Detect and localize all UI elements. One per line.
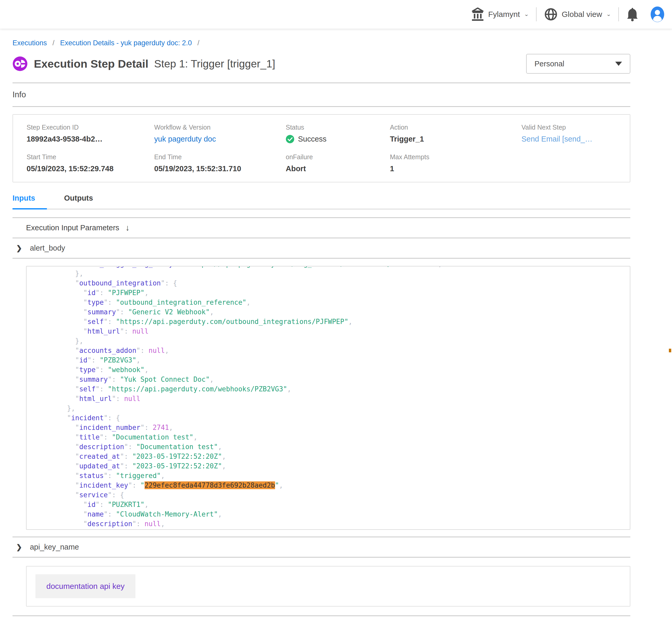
workflow-step-icon	[12, 56, 27, 71]
view-switcher[interactable]: Global view ⌄	[544, 8, 610, 21]
params-header-label: Execution Input Parameters	[26, 223, 119, 232]
page-subtitle: Step 1: Trigger [trigger_1]	[154, 58, 275, 70]
tab-outputs[interactable]: Outputs	[64, 194, 98, 209]
globe-icon	[544, 8, 558, 21]
caret-down-icon	[615, 62, 622, 66]
breadcrumb: Executions / Execution Details - yuk pag…	[12, 29, 630, 47]
status-text: Success	[298, 135, 327, 143]
field-valid-next-step: Valid Next Step Send Email [send_…	[521, 124, 624, 143]
alert-body-code-block[interactable]: "first_trigger_log_entry": "https://api.…	[26, 266, 630, 530]
main-content: Executions / Execution Details - yuk pag…	[0, 29, 672, 618]
field-workflow-version: Workflow & Version yuk pagerduty doc	[154, 124, 286, 143]
view-name: Global view	[562, 10, 602, 19]
bank-icon	[472, 8, 484, 21]
api-key-name-chip: documentation api key	[35, 574, 136, 598]
title-row: Execution Step Detail Step 1: Trigger [t…	[12, 54, 630, 74]
top-bar: Fylamynt ⌄ Global view ⌄	[0, 0, 672, 29]
org-switcher[interactable]: Fylamynt ⌄	[472, 8, 528, 21]
next-step-link[interactable]: Send Email [send_…	[521, 135, 592, 143]
topbar-divider	[536, 7, 536, 21]
field-status: Status Success	[286, 124, 390, 143]
workflow-link[interactable]: yuk pagerduty doc	[154, 135, 216, 143]
breadcrumb-separator: /	[197, 39, 199, 47]
param-row-alert-body[interactable]: ❯ alert_body	[12, 238, 630, 259]
info-heading: Info	[12, 90, 630, 99]
tab-bar: Inputs Outputs	[12, 194, 630, 209]
chevron-down-icon: ⌄	[606, 12, 610, 17]
field-max-attempts: Max Attempts 1	[390, 153, 521, 173]
notifications-button[interactable]	[627, 7, 638, 21]
download-arrow-icon[interactable]: ↓	[125, 223, 130, 233]
api-key-name-value-box: documentation api key	[26, 566, 630, 607]
bell-icon	[627, 7, 638, 21]
divider	[12, 83, 630, 83]
topbar-divider	[618, 7, 619, 21]
scope-select-value: Personal	[534, 60, 564, 68]
success-check-icon	[286, 135, 294, 143]
json-code: "first_trigger_log_entry": "https://api.…	[26, 266, 630, 530]
scope-select[interactable]: Personal	[526, 54, 630, 74]
chevron-right-icon: ❯	[16, 543, 22, 551]
info-card: Step Execution ID 18992a43-9538-4b2… Wor…	[12, 114, 630, 182]
org-name: Fylamynt	[488, 10, 520, 19]
field-action: Action Trigger_1	[390, 124, 521, 143]
breadcrumb-execution-details[interactable]: Execution Details - yuk pagerduty doc: 2…	[60, 39, 192, 47]
chevron-right-icon: ❯	[16, 244, 22, 252]
breadcrumb-separator: /	[53, 39, 55, 47]
tab-inputs[interactable]: Inputs	[12, 194, 47, 209]
param-row-api-key-value[interactable]: ❯ api_key_value	[12, 616, 630, 618]
execution-input-parameters-header[interactable]: Execution Input Parameters ↓	[12, 218, 630, 238]
page-title: Execution Step Detail	[34, 58, 149, 70]
divider	[12, 106, 630, 107]
field-start-time: Start Time 05/19/2023, 15:52:29.748	[26, 153, 154, 173]
scrollbar-find-marker	[669, 349, 671, 352]
execution-input-parameters-section: Execution Input Parameters ↓ ❯ alert_bod…	[12, 217, 630, 618]
breadcrumb-executions[interactable]: Executions	[12, 39, 47, 47]
field-step-execution-id: Step Execution ID 18992a43-9538-4b2…	[26, 124, 154, 143]
avatar-icon	[650, 6, 665, 22]
user-avatar[interactable]	[650, 6, 665, 22]
chevron-down-icon: ⌄	[524, 12, 528, 17]
field-end-time: End Time 05/19/2023, 15:52:31.710	[154, 153, 286, 173]
field-on-failure: onFailure Abort	[286, 153, 390, 173]
param-row-api-key-name[interactable]: ❯ api_key_name	[12, 537, 630, 557]
